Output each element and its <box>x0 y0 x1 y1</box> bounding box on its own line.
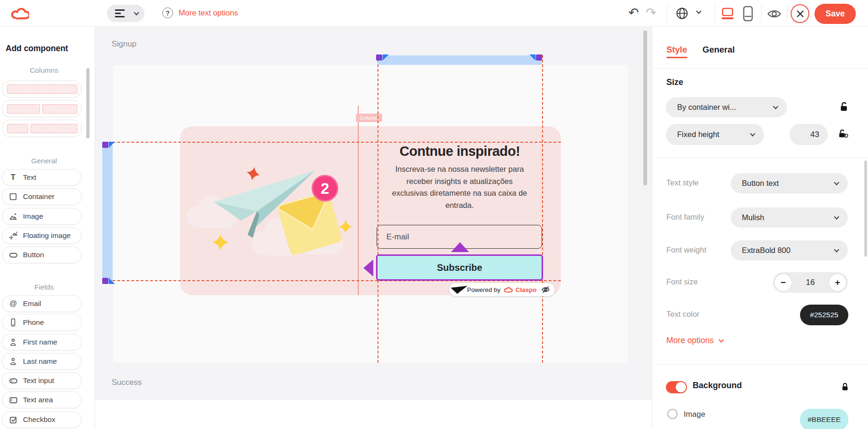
selection-handle[interactable] <box>536 54 542 61</box>
sidebar-title: Add component <box>6 44 68 54</box>
width-mode-dropdown[interactable]: By container wi... <box>666 97 787 117</box>
general-section-label: General <box>0 157 88 165</box>
add-component-sidebar: Add component Columns General T Text Con… <box>0 27 95 429</box>
language-globe-icon[interactable] <box>676 7 688 20</box>
text-input-icon <box>8 376 18 385</box>
eye-slash-icon[interactable] <box>541 285 550 294</box>
field-email-button[interactable]: @ Email <box>2 295 82 312</box>
column-layout-3-button[interactable] <box>2 120 82 137</box>
field-last-name-button[interactable]: Last name <box>2 353 82 370</box>
editor-canvas[interactable]: Signup 2 Column <box>95 27 652 429</box>
component-button-button[interactable]: Button <box>2 246 82 263</box>
field-phone-button[interactable]: Phone <box>2 314 82 331</box>
background-image-radio[interactable] <box>667 409 678 419</box>
more-text-options-link[interactable]: ? More text options <box>162 8 238 18</box>
container-icon <box>8 192 18 201</box>
claspo-logo-icon <box>10 6 29 22</box>
column-preview <box>30 124 77 133</box>
help-icon: ? <box>162 8 173 18</box>
redo-button[interactable]: ↷ <box>646 4 657 22</box>
lock-icon[interactable] <box>841 382 849 391</box>
claspo-brand-label: Claspo <box>515 286 536 293</box>
notification-count-badge: 2 <box>321 180 329 197</box>
language-chevron-icon[interactable] <box>696 8 701 14</box>
column-layout-2-button[interactable] <box>2 100 82 117</box>
guide-line-vertical <box>542 55 543 363</box>
undo-button[interactable]: ↶ <box>628 4 639 22</box>
cursor-arrow-icon <box>450 285 468 294</box>
preview-eye-button[interactable] <box>767 9 781 19</box>
claspo-mini-logo-icon <box>503 286 513 293</box>
guide-line-vertical <box>377 55 378 363</box>
height-value-field[interactable]: 43 <box>790 124 828 145</box>
background-toggle[interactable] <box>666 381 687 393</box>
font-weight-dropdown[interactable]: ExtraBold 800 <box>731 240 848 260</box>
more-options-link[interactable]: More options <box>666 336 723 345</box>
background-color-swatch[interactable]: #BBEEEE <box>800 409 848 429</box>
font-family-dropdown[interactable]: Mulish <box>731 207 848 228</box>
toolbar-divider <box>787 4 787 23</box>
text-icon: T <box>8 173 18 182</box>
subscribe-button[interactable]: Subscribe <box>376 254 543 281</box>
image-icon <box>8 212 18 221</box>
close-button[interactable] <box>791 4 809 23</box>
component-image-button[interactable]: Image <box>2 208 82 225</box>
text-color-label: Text color <box>666 310 700 319</box>
tab-general[interactable]: General <box>702 45 735 55</box>
component-container-button[interactable]: Container <box>2 188 82 205</box>
font-size-decrease-button[interactable]: − <box>775 274 792 291</box>
text-color-swatch[interactable]: #252525 <box>800 305 848 325</box>
align-icon <box>115 9 125 17</box>
field-text-area-button[interactable]: Text area <box>2 391 82 408</box>
field-checkbox-button[interactable]: Checkbox <box>2 411 82 428</box>
tab-style-underline <box>666 57 687 58</box>
state-tabbar: Signup Success Already subscribed Error <box>95 399 652 429</box>
column-preview <box>7 124 28 133</box>
guide-line-horizontal <box>108 142 561 143</box>
fields-section-label: Fields <box>0 283 88 291</box>
tab-style[interactable]: Style <box>666 45 687 55</box>
insert-handle-left-icon[interactable] <box>363 260 373 276</box>
insert-handle-up-icon[interactable] <box>451 242 469 252</box>
sidebar-scrollbar[interactable] <box>86 68 90 138</box>
canvas-scrollbar[interactable] <box>643 31 647 185</box>
text-area-icon <box>8 395 18 405</box>
mobile-preview-button[interactable] <box>743 6 753 22</box>
toolbar-divider <box>667 4 667 23</box>
desktop-preview-button[interactable] <box>720 8 735 20</box>
more-text-options-label: More text options <box>179 8 238 17</box>
checkbox-icon <box>8 415 18 424</box>
height-mode-dropdown[interactable]: Fixed height <box>666 124 764 145</box>
chevron-down-icon <box>134 10 139 15</box>
row-height-selection-bar[interactable] <box>102 142 113 284</box>
column-width-selection-bar[interactable] <box>378 55 542 65</box>
popup-heading[interactable]: Contnue inspirado! <box>378 144 542 159</box>
text-align-dropdown[interactable] <box>107 5 144 22</box>
selection-handle[interactable] <box>102 142 108 148</box>
panel-divider <box>652 158 868 158</box>
chevron-down-icon <box>834 247 839 252</box>
font-size-label: Font size <box>666 277 698 286</box>
field-first-name-button[interactable]: First name <box>2 334 82 351</box>
lock-device-icon[interactable]: D <box>838 129 848 138</box>
panel-scrollbar[interactable] <box>864 161 867 257</box>
chevron-down-icon <box>834 214 839 219</box>
newsletter-illustration: 2 <box>183 141 370 272</box>
selection-handle[interactable] <box>376 54 382 61</box>
field-text-input-button[interactable]: Text input <box>2 372 82 389</box>
lock-open-icon[interactable] <box>839 101 848 112</box>
popup-body-text[interactable]: Inscreva-se na nossa newsletter para rec… <box>392 163 528 211</box>
text-style-dropdown[interactable]: Button text <box>731 173 848 193</box>
panel-divider <box>652 68 868 69</box>
selection-handle[interactable] <box>102 278 108 284</box>
top-toolbar: ? More text options ↶ ↷ Save <box>0 0 868 27</box>
powered-by-label: Powered by <box>467 286 500 293</box>
font-size-increase-button[interactable]: + <box>829 274 846 291</box>
save-button[interactable]: Save <box>815 4 856 24</box>
column-layout-1-button[interactable] <box>2 80 82 98</box>
chevron-down-icon <box>750 131 755 136</box>
toggle-knob <box>676 382 686 392</box>
text-style-label: Text style <box>666 178 699 187</box>
component-text-button[interactable]: T Text <box>2 169 82 186</box>
component-floating-image-button[interactable]: Floating image <box>2 227 82 244</box>
